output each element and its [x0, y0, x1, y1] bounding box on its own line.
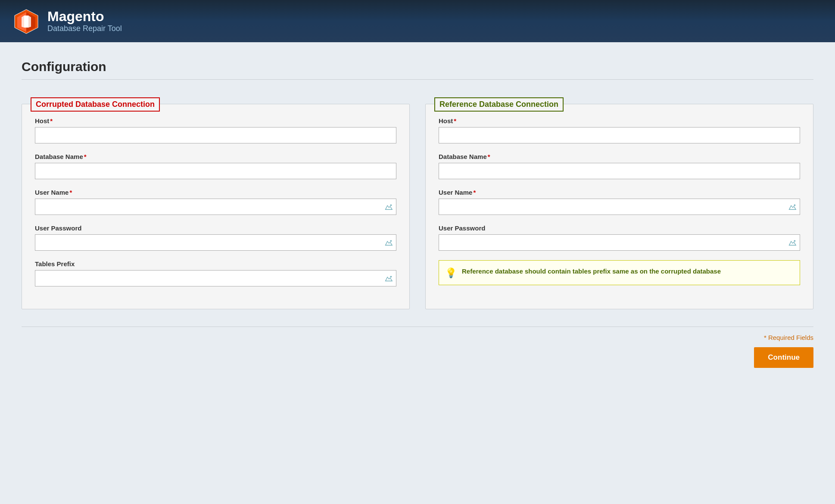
- svg-point-9: [390, 240, 392, 242]
- corrupted-username-icon: [383, 202, 393, 212]
- corrupted-tables-prefix-input[interactable]: [35, 270, 396, 286]
- continue-button[interactable]: Continue: [754, 347, 813, 368]
- corrupted-host-input-wrapper: [35, 127, 396, 143]
- corrupted-tables-prefix-group: Tables Prefix: [35, 260, 396, 286]
- reference-password-input-wrapper: [439, 234, 800, 251]
- reference-db-panel: Reference Database Connection Host* Data…: [425, 104, 813, 309]
- reference-password-input[interactable]: [439, 234, 800, 251]
- corrupted-password-input[interactable]: [35, 234, 396, 251]
- corrupted-dbname-label: Database Name*: [35, 153, 396, 160]
- corrupted-password-group: User Password: [35, 224, 396, 251]
- reference-info-text: Reference database should contain tables…: [462, 267, 721, 277]
- svg-point-11: [390, 276, 392, 278]
- app-name: Magento: [47, 9, 122, 24]
- reference-password-label: User Password: [439, 224, 800, 232]
- page-title: Configuration: [22, 59, 813, 74]
- corrupted-username-group: User Name*: [35, 189, 396, 215]
- reference-username-input-wrapper: [439, 199, 800, 215]
- corrupted-db-panel: Corrupted Database Connection Host* Data…: [22, 104, 410, 309]
- corrupted-tables-prefix-icon: [383, 274, 393, 283]
- reference-password-icon: [787, 238, 797, 247]
- app-subtitle: Database Repair Tool: [47, 24, 122, 33]
- corrupted-username-input-wrapper: [35, 199, 396, 215]
- info-bulb-icon: 💡: [445, 268, 457, 279]
- corrupted-host-input[interactable]: [35, 127, 396, 143]
- reference-panel-legend: Reference Database Connection: [434, 97, 564, 112]
- reference-username-required: *: [473, 189, 476, 196]
- reference-info-box: 💡 Reference database should contain tabl…: [439, 260, 800, 285]
- title-divider: [22, 79, 813, 80]
- svg-point-13: [794, 205, 796, 206]
- corrupted-host-label: Host*: [35, 117, 396, 124]
- svg-marker-5: [28, 16, 31, 28]
- corrupted-password-label: User Password: [35, 224, 396, 232]
- svg-rect-3: [24, 16, 28, 28]
- corrupted-password-input-wrapper: [35, 234, 396, 251]
- reference-host-input-wrapper: [439, 127, 800, 143]
- reference-host-required: *: [454, 117, 456, 124]
- footer-area: * Required Fields Continue: [22, 327, 813, 368]
- corrupted-username-input[interactable]: [35, 199, 396, 215]
- reference-username-input[interactable]: [439, 199, 800, 215]
- main-content: Configuration Corrupted Database Connect…: [0, 42, 835, 385]
- corrupted-dbname-input-wrapper: [35, 163, 396, 179]
- corrupted-password-icon: [383, 238, 393, 247]
- corrupted-dbname-group: Database Name*: [35, 153, 396, 179]
- required-note: * Required Fields: [22, 334, 813, 341]
- reference-username-group: User Name*: [439, 189, 800, 215]
- corrupted-tables-prefix-input-wrapper: [35, 270, 396, 286]
- corrupted-panel-legend: Corrupted Database Connection: [31, 97, 160, 112]
- reference-dbname-input-wrapper: [439, 163, 800, 179]
- corrupted-dbname-input[interactable]: [35, 163, 396, 179]
- forms-row: Corrupted Database Connection Host* Data…: [22, 97, 813, 309]
- svg-point-7: [390, 205, 392, 206]
- corrupted-dbname-required: *: [84, 153, 87, 160]
- corrupted-username-required: *: [69, 189, 72, 196]
- reference-host-label: Host*: [439, 117, 800, 124]
- header-text: Magento Database Repair Tool: [47, 9, 122, 33]
- reference-host-input[interactable]: [439, 127, 800, 143]
- continue-btn-row: Continue: [22, 347, 813, 368]
- reference-host-group: Host*: [439, 117, 800, 143]
- app-header: Magento Database Repair Tool: [0, 0, 835, 42]
- corrupted-host-group: Host*: [35, 117, 396, 143]
- reference-dbname-label: Database Name*: [439, 153, 800, 160]
- reference-dbname-required: *: [488, 153, 490, 160]
- reference-dbname-group: Database Name*: [439, 153, 800, 179]
- corrupted-host-required: *: [50, 117, 53, 124]
- corrupted-username-label: User Name*: [35, 189, 396, 196]
- svg-marker-4: [22, 16, 24, 28]
- reference-password-group: User Password: [439, 224, 800, 251]
- reference-dbname-input[interactable]: [439, 163, 800, 179]
- magento-logo: [13, 8, 40, 34]
- svg-point-15: [794, 240, 796, 242]
- corrupted-tables-prefix-label: Tables Prefix: [35, 260, 396, 268]
- reference-username-icon: [787, 202, 797, 212]
- reference-username-label: User Name*: [439, 189, 800, 196]
